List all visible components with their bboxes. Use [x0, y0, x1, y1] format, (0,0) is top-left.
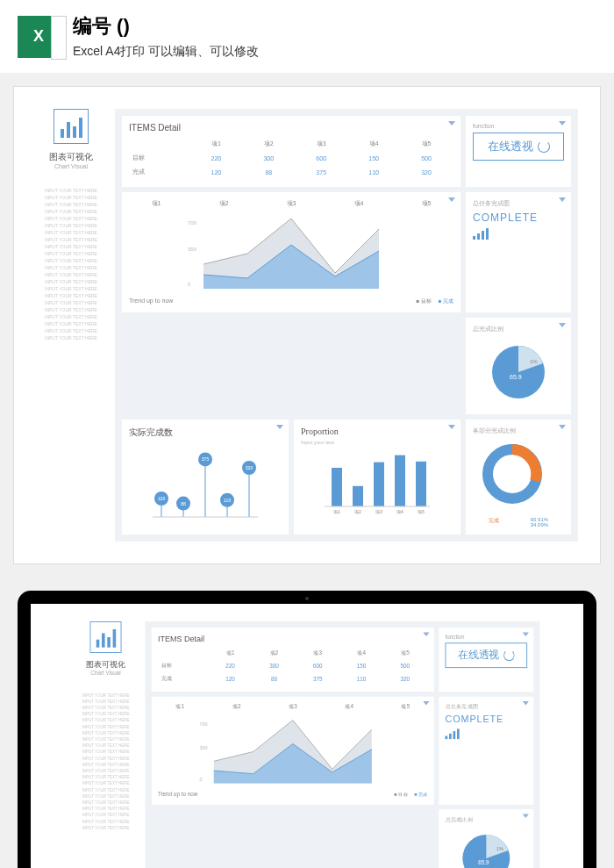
page-subtitle: Excel A4打印 可以编辑、可以修改	[73, 44, 259, 60]
laptop-mockup: 图表可视化 Chart Visual INPUT YOUR TEXT HEREI…	[18, 591, 596, 868]
panel-label: function	[446, 634, 528, 639]
svg-text:120: 120	[158, 496, 166, 501]
panel-title: ITEMS Detail	[129, 123, 453, 133]
page-title: 编号 ()	[73, 13, 259, 39]
panel-title: Proportion	[301, 427, 453, 436]
area-chart: 700 350 0	[129, 212, 453, 291]
chevron-down-icon[interactable]	[423, 633, 429, 637]
function-panel: function 在线透视	[439, 628, 533, 692]
area-chart-panel: 项1项2项3项4项5 700 350 0 Trend up to now ■ 目…	[122, 192, 460, 312]
svg-text:88: 88	[181, 501, 186, 506]
sidebar-title: 图表可视化	[75, 659, 138, 671]
chevron-down-icon[interactable]	[276, 425, 283, 429]
svg-rect-24	[332, 468, 342, 506]
svg-text:320: 320	[246, 465, 253, 470]
items-detail-panel: ITEMS Detail 项1项2项3项4项5目标220300600150500…	[152, 628, 434, 692]
svg-text:350: 350	[188, 247, 197, 252]
pie-chart: 65.9 1%	[479, 337, 558, 407]
chevron-down-icon[interactable]	[423, 701, 429, 706]
svg-text:65.9: 65.9	[478, 859, 489, 865]
svg-text:1%: 1%	[530, 359, 538, 364]
svg-text:110: 110	[224, 498, 232, 503]
donut-stats: 完成 65.91%34.09%	[473, 517, 564, 527]
svg-text:1%: 1%	[496, 846, 503, 851]
svg-text:65.9: 65.9	[510, 374, 522, 380]
donut-panel: 各部分完成比例 完成 65.91%34.09%	[466, 420, 571, 534]
sidebar: 图表可视化 Chart Visual INPUT YOUR TEXT HEREI…	[36, 109, 106, 542]
svg-text:700: 700	[188, 220, 197, 226]
trend-caption: Trend up to now	[129, 298, 173, 305]
chevron-down-icon[interactable]	[523, 701, 529, 706]
chevron-down-icon[interactable]	[559, 121, 566, 126]
svg-text:0: 0	[188, 282, 191, 287]
bar-chart-icon	[54, 109, 89, 144]
pie-panel: 总完成比例 65.9 1%	[439, 809, 533, 868]
panel-label: 总完成比例	[446, 815, 528, 823]
pie-chart: 65.9 1%	[451, 827, 522, 868]
pie-panel: 总完成比例 65.9 1%	[466, 318, 571, 414]
bar-chart-icon	[90, 621, 122, 653]
chevron-down-icon[interactable]	[559, 323, 566, 327]
placeholder-text: INPUT YOUR TEXT HEREINPUT YOUR TEXT HERE…	[36, 187, 106, 341]
page-header: X 编号 () Excel A4打印 可以编辑、可以修改	[0, 0, 614, 73]
svg-rect-26	[353, 486, 363, 506]
signal-icon	[446, 728, 528, 739]
complete-panel: 总任务完成图 COMPLETE	[439, 697, 533, 805]
chevron-down-icon[interactable]	[523, 633, 529, 637]
sidebar-subtitle: Chart Visual	[36, 163, 106, 169]
svg-text:项5: 项5	[418, 509, 425, 514]
svg-text:项2: 项2	[354, 509, 361, 514]
panel-label: function	[473, 123, 564, 129]
donut-chart	[473, 439, 552, 509]
panel-label: 各部分完成比例	[473, 427, 564, 435]
complete-text: COMPLETE	[473, 212, 564, 224]
online-perspective-button[interactable]: 在线透视	[473, 133, 564, 161]
chevron-down-icon[interactable]	[448, 197, 455, 202]
trend-caption: Trend up to now	[158, 792, 197, 799]
online-perspective-button[interactable]: 在线透视	[446, 642, 528, 668]
chevron-down-icon[interactable]	[448, 121, 455, 126]
preview-card-top: 图表可视化 Chart Visual INPUT YOUR TEXT HEREI…	[13, 86, 601, 564]
sidebar: 图表可视化 Chart Visual INPUT YOUR TEXT HEREI…	[75, 621, 138, 868]
excel-icon: X	[18, 16, 60, 58]
lollipop-chart: 12088375110320	[129, 442, 282, 521]
refresh-icon	[503, 649, 515, 661]
svg-text:项4: 项4	[396, 509, 403, 514]
svg-rect-28	[374, 463, 384, 506]
sidebar-title: 图表可视化	[36, 151, 106, 163]
bar-chart: 项1项2项3项4项5	[301, 445, 453, 515]
panel-title: 实际完成数	[129, 427, 282, 439]
chevron-down-icon[interactable]	[448, 425, 455, 429]
area-legend: 项1项2项3项4项5	[129, 199, 453, 208]
svg-text:项1: 项1	[333, 509, 340, 514]
svg-text:350: 350	[200, 745, 208, 750]
complete-text: COMPLETE	[446, 714, 528, 725]
chevron-down-icon[interactable]	[523, 814, 529, 819]
complete-panel: 总任务完成图 COMPLETE	[466, 192, 571, 312]
chevron-down-icon[interactable]	[559, 425, 566, 429]
area-legend: 项1项2项3项4项5	[158, 703, 428, 711]
placeholder-text: INPUT YOUR TEXT HEREINPUT YOUR TEXT HERE…	[75, 692, 138, 830]
svg-text:375: 375	[202, 456, 210, 462]
lollipop-panel: 实际完成数 12088375110320	[122, 420, 289, 534]
area-chart-panel: 项1项2项3项4项5 700 350 0 Trend up to now ■ 目…	[152, 697, 434, 805]
panel-title: ITEMS Detail	[158, 634, 428, 642]
items-table: 项1项2项3项4项5目标220300600150500完成12088375110…	[129, 136, 453, 180]
signal-icon	[473, 228, 564, 240]
proportion-panel: Proportion Input your text 项1项2项3项4项5	[294, 420, 460, 534]
svg-rect-30	[395, 456, 405, 506]
items-table: 项1项2项3项4项5目标220300600150500完成12088375110…	[158, 646, 428, 685]
svg-text:0: 0	[200, 777, 203, 782]
panel-label: 总任务完成图	[473, 199, 564, 208]
trend-legend: ■ 目标 ■ 完成	[416, 298, 453, 305]
svg-text:项3: 项3	[375, 509, 382, 514]
sidebar-subtitle: Chart Visual	[75, 671, 138, 676]
items-detail-panel: ITEMS Detail 项1项2项3项4项5目标220300600150500…	[122, 116, 460, 187]
camera-icon	[305, 597, 309, 600]
area-chart: 700 350 0	[158, 714, 428, 785]
svg-text:700: 700	[200, 721, 208, 727]
svg-rect-32	[416, 462, 426, 506]
chevron-down-icon[interactable]	[559, 197, 566, 202]
panel-label: 总完成比例	[473, 325, 564, 334]
trend-legend: ■ 目标 ■ 完成	[394, 792, 427, 799]
